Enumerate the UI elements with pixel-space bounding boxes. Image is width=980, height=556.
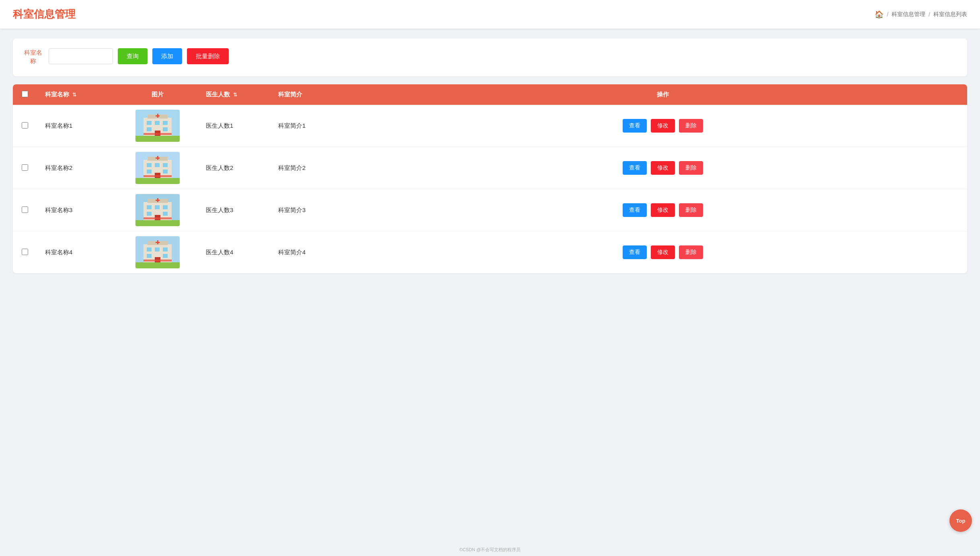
- breadcrumb-item2: 科室信息列表: [933, 11, 967, 18]
- view-button-2[interactable]: 查看: [623, 161, 647, 175]
- table-row: 科室名称3: [13, 189, 967, 231]
- svg-rect-4: [147, 121, 152, 125]
- svg-rect-43: [147, 247, 152, 251]
- breadcrumb-item1: 科室信息管理: [892, 11, 925, 18]
- row-image: [135, 110, 180, 142]
- svg-rect-17: [147, 163, 152, 167]
- query-button[interactable]: 查询: [118, 48, 148, 64]
- row-image-cell: [117, 105, 198, 147]
- action-buttons: 查看 修改 删除: [367, 203, 959, 217]
- table-wrap: 科室名称 ⇅ 图片 医生人数 ⇅ 科室简介 操作 科室名称1: [13, 84, 967, 273]
- edit-button-4[interactable]: 修改: [651, 245, 675, 259]
- row-image-cell: [117, 147, 198, 189]
- th-doctor: 医生人数 ⇅: [198, 84, 270, 105]
- svg-rect-20: [147, 170, 152, 174]
- row-name: 科室名称2: [37, 147, 117, 189]
- delete-button-4[interactable]: 删除: [679, 245, 703, 259]
- row-intro: 科室简介1: [270, 105, 359, 147]
- header: 科室信息管理 🏠 / 科室信息管理 / 科室信息列表: [0, 0, 980, 29]
- search-input[interactable]: [49, 48, 113, 64]
- search-row: 科室名称 查询 添加 批量删除: [24, 48, 956, 65]
- svg-rect-6: [163, 121, 168, 125]
- batch-delete-button[interactable]: 批量删除: [187, 48, 229, 64]
- svg-rect-40: [135, 262, 180, 268]
- svg-rect-12: [144, 133, 172, 135]
- svg-rect-34: [163, 212, 168, 216]
- svg-rect-19: [163, 163, 168, 167]
- row-name: 科室名称4: [37, 231, 117, 274]
- action-buttons: 查看 修改 删除: [367, 161, 959, 175]
- table-row: 科室名称1: [13, 105, 967, 147]
- delete-button-2[interactable]: 删除: [679, 161, 703, 175]
- row-intro: 科室简介4: [270, 231, 359, 274]
- svg-rect-21: [163, 170, 168, 174]
- svg-rect-38: [144, 217, 172, 219]
- footer-watermark: ©CSDN @不会写文档的程序员: [459, 547, 521, 553]
- row-actions: 查看 修改 删除: [359, 105, 967, 147]
- svg-rect-14: [135, 178, 180, 184]
- th-action: 操作: [359, 84, 967, 105]
- svg-rect-18: [155, 163, 160, 167]
- svg-rect-50: [157, 240, 158, 244]
- svg-rect-27: [135, 220, 180, 226]
- svg-rect-7: [147, 127, 152, 131]
- row-doctor-count: 医生人数4: [198, 231, 270, 274]
- row-checkbox-3[interactable]: [22, 206, 28, 213]
- svg-rect-32: [163, 205, 168, 209]
- home-icon[interactable]: 🏠: [875, 10, 884, 19]
- th-image: 图片: [117, 84, 198, 105]
- svg-rect-8: [163, 127, 168, 131]
- row-checkbox-2[interactable]: [22, 164, 28, 171]
- svg-rect-11: [157, 114, 158, 118]
- row-image: [135, 194, 180, 226]
- row-checkbox-cell: [13, 105, 37, 147]
- action-buttons: 查看 修改 删除: [367, 245, 959, 259]
- back-to-top-button[interactable]: Top: [949, 509, 972, 532]
- row-image: [135, 236, 180, 268]
- edit-button-2[interactable]: 修改: [651, 161, 675, 175]
- svg-rect-5: [155, 121, 160, 125]
- delete-button-1[interactable]: 删除: [679, 119, 703, 133]
- svg-rect-45: [163, 247, 168, 251]
- table-row: 科室名称2: [13, 147, 967, 189]
- search-label-wrap: 科室名称: [24, 48, 44, 65]
- row-intro: 科室简介3: [270, 189, 359, 231]
- row-checkbox-4[interactable]: [22, 249, 28, 255]
- sort-name-icon[interactable]: ⇅: [72, 92, 76, 98]
- row-checkbox-cell: [13, 147, 37, 189]
- row-actions: 查看 修改 删除: [359, 189, 967, 231]
- search-panel: 科室名称 查询 添加 批量删除: [13, 39, 967, 76]
- add-button[interactable]: 添加: [152, 48, 182, 64]
- row-checkbox-cell: [13, 189, 37, 231]
- svg-rect-33: [147, 212, 152, 216]
- row-name: 科室名称3: [37, 189, 117, 231]
- row-actions: 查看 修改 删除: [359, 231, 967, 274]
- edit-button-1[interactable]: 修改: [651, 119, 675, 133]
- row-doctor-count: 医生人数2: [198, 147, 270, 189]
- main-content: 科室名称 查询 添加 批量删除 科室名称 ⇅ 图片: [0, 29, 980, 283]
- view-button-1[interactable]: 查看: [623, 119, 647, 133]
- view-button-4[interactable]: 查看: [623, 245, 647, 259]
- breadcrumb: 🏠 / 科室信息管理 / 科室信息列表: [875, 10, 967, 19]
- data-table: 科室名称 ⇅ 图片 医生人数 ⇅ 科室简介 操作 科室名称1: [13, 84, 967, 273]
- svg-rect-37: [157, 198, 158, 202]
- edit-button-3[interactable]: 修改: [651, 203, 675, 217]
- page-title: 科室信息管理: [13, 7, 76, 21]
- row-name: 科室名称1: [37, 105, 117, 147]
- row-actions: 查看 修改 删除: [359, 147, 967, 189]
- row-intro: 科室简介2: [270, 147, 359, 189]
- svg-rect-24: [157, 156, 158, 160]
- sort-doctor-icon[interactable]: ⇅: [233, 92, 237, 98]
- view-button-3[interactable]: 查看: [623, 203, 647, 217]
- th-name: 科室名称 ⇅: [37, 84, 117, 105]
- svg-rect-51: [144, 260, 172, 262]
- delete-button-3[interactable]: 删除: [679, 203, 703, 217]
- select-all-checkbox[interactable]: [22, 91, 28, 97]
- row-checkbox-1[interactable]: [22, 122, 28, 129]
- table-header-row: 科室名称 ⇅ 图片 医生人数 ⇅ 科室简介 操作: [13, 84, 967, 105]
- breadcrumb-sep1: /: [887, 11, 888, 18]
- svg-rect-31: [155, 205, 160, 209]
- th-intro: 科室简介: [270, 84, 359, 105]
- svg-rect-30: [147, 205, 152, 209]
- breadcrumb-sep2: /: [929, 11, 930, 18]
